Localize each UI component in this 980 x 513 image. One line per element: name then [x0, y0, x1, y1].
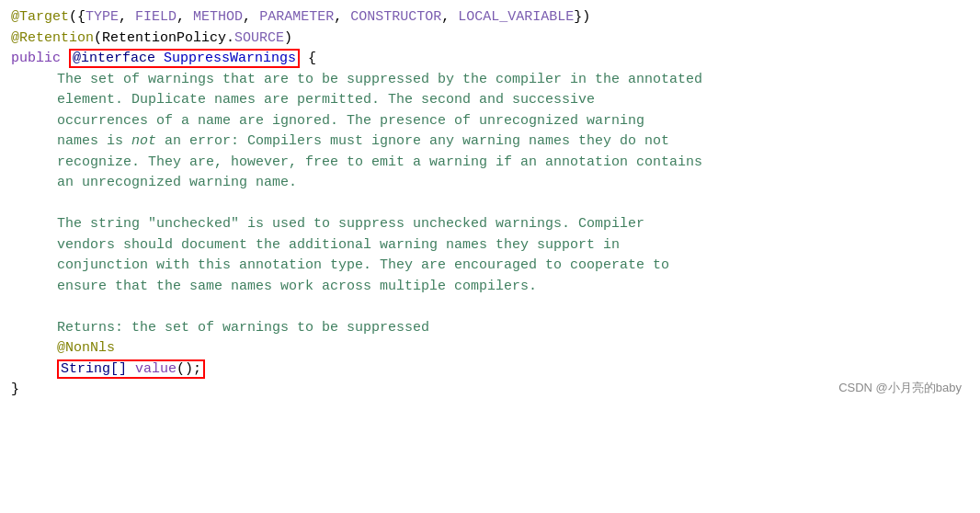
open-brace: { — [308, 51, 316, 66]
target-paren-open: ({ — [69, 9, 85, 25]
retention-policy-text: RetentionPolicy. — [102, 30, 234, 46]
comma4: , — [334, 9, 350, 25]
string-type: String[] — [61, 361, 127, 377]
empty-line-2 — [11, 297, 969, 318]
doc-line-7: The string "unchecked" is used to suppre… — [57, 214, 969, 235]
nonnls-annotation: @NonNls — [57, 340, 115, 356]
doc-block-1: The set of warnings that are to be suppr… — [57, 70, 969, 194]
doc-line-5: recognize. They are, however, free to em… — [57, 153, 969, 174]
comma3: , — [243, 9, 259, 25]
doc-line-10: ensure that the same names work across m… — [57, 277, 969, 298]
line-nonnls: @NonNls — [11, 338, 969, 359]
method-value: value — [135, 361, 177, 377]
doc-block-2: The string "unchecked" is used to suppre… — [57, 214, 969, 297]
type-field: FIELD — [135, 9, 177, 25]
code-viewer: @Target({TYPE, FIELD, METHOD, PARAMETER,… — [11, 7, 969, 401]
line-class-decl: public @interface SuppressWarnings { — [11, 49, 969, 70]
doc-line-6: an unrecognized warning name. — [57, 173, 969, 194]
line-retention: @Retention(RetentionPolicy.SOURCE) — [11, 28, 969, 50]
comma2: , — [177, 9, 193, 25]
value-parens: (); — [177, 361, 201, 377]
space-before-value — [127, 361, 135, 377]
line-string-value: String[] value(); — [11, 359, 969, 381]
italic-not: not — [131, 133, 156, 149]
retention-paren-close: ) — [284, 30, 292, 46]
indent-nonnls — [11, 338, 57, 359]
comma1: , — [119, 9, 135, 25]
type-type: TYPE — [85, 9, 119, 25]
empty-line-1 — [11, 194, 969, 215]
indent-string — [11, 359, 57, 381]
at-retention-symbol: @Retention — [11, 30, 94, 46]
doc-line-8: vendors should document the additional w… — [57, 235, 969, 256]
at-target-symbol: @Target — [11, 9, 69, 25]
doc-line-3: occurrences of a name are ignored. The p… — [57, 111, 969, 132]
type-parameter: PARAMETER — [259, 9, 334, 25]
doc-line-4: names is not an error: Compilers must ig… — [57, 131, 969, 153]
line-target: @Target({TYPE, FIELD, METHOD, PARAMETER,… — [11, 7, 969, 28]
interface-box: @interface SuppressWarnings — [69, 49, 300, 68]
returns-line: Returns: the set of warnings to be suppr… — [57, 318, 969, 339]
retention-source: SOURCE — [234, 30, 284, 46]
keyword-public: public — [11, 51, 69, 66]
keyword-interface: @interface — [73, 51, 155, 66]
comma5: , — [441, 9, 458, 25]
string-value-box: String[] value(); — [57, 359, 205, 379]
type-localvar: LOCAL_VARIABLE — [458, 9, 574, 25]
doc-line-1: The set of warnings that are to be suppr… — [57, 70, 969, 91]
retention-paren-open: ( — [94, 30, 102, 46]
doc-line-2: element. Duplicate names are permitted. … — [57, 90, 969, 111]
doc-line-9: conjunction with this annotation type. T… — [57, 256, 969, 277]
type-method: METHOD — [193, 9, 243, 25]
target-paren-close: }) — [574, 9, 590, 25]
type-constructor: CONSTRUCTOR — [350, 9, 441, 25]
watermark: CSDN @小月亮的baby — [838, 379, 962, 397]
classname-suppress: SuppressWarnings — [164, 51, 296, 66]
line-closing-brace: } — [11, 380, 969, 401]
